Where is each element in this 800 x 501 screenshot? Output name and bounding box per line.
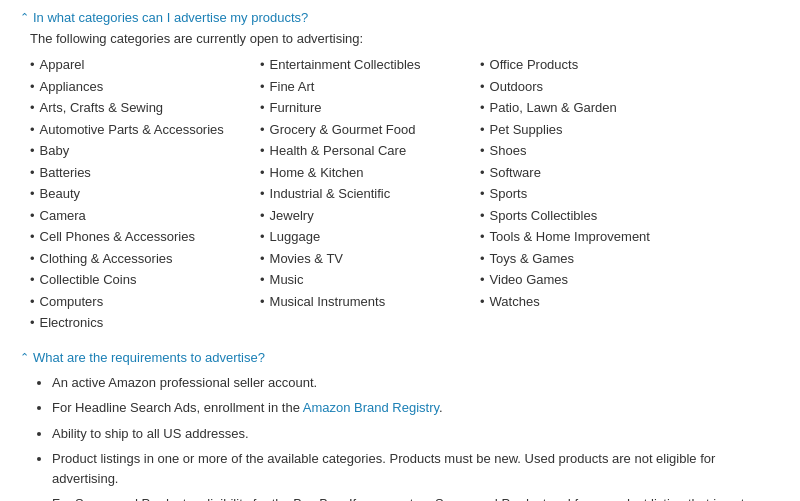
bullet: • [260, 141, 265, 161]
list-item: •Tools & Home Improvement [480, 226, 700, 248]
bullet: • [30, 249, 35, 269]
list-item: •Entertainment Collectibles [260, 54, 480, 76]
bullet: • [480, 98, 485, 118]
list-item: •Automotive Parts & Accessories [30, 119, 260, 141]
section-categories: ⌃ In what categories can I advertise my … [20, 10, 780, 334]
list-item: •Apparel [30, 54, 260, 76]
list-item: •Baby [30, 140, 260, 162]
list-item: •Shoes [480, 140, 700, 162]
list-item: •Outdoors [480, 76, 700, 98]
list-item: •Sports Collectibles [480, 205, 700, 227]
list-item: •Sports [480, 183, 700, 205]
bullet: • [260, 77, 265, 97]
bullet: • [480, 227, 485, 247]
categories-grid: •Apparel•Appliances•Arts, Crafts & Sewin… [30, 54, 780, 334]
bullet: • [260, 98, 265, 118]
bullet: • [260, 270, 265, 290]
list-item: For Headline Search Ads, enrollment in t… [52, 398, 780, 418]
bullet: • [480, 163, 485, 183]
list-item: •Pet Supplies [480, 119, 700, 141]
bullet: • [30, 77, 35, 97]
list-item: An active Amazon professional seller acc… [52, 373, 780, 393]
bullet: • [30, 184, 35, 204]
categories-content: The following categories are currently o… [20, 31, 780, 334]
bullet: • [480, 249, 485, 269]
amazon-brand-registry-link[interactable]: Amazon Brand Registry [303, 400, 439, 415]
bullet: • [30, 313, 35, 333]
list-item: •Collectible Coins [30, 269, 260, 291]
bullet: • [30, 270, 35, 290]
list-item: •Office Products [480, 54, 700, 76]
list-item: •Toys & Games [480, 248, 700, 270]
requirements-header-text: What are the requirements to advertise? [33, 350, 265, 365]
bullet: • [30, 120, 35, 140]
bullet: • [480, 206, 485, 226]
bullet: • [480, 55, 485, 75]
list-item: •Computers [30, 291, 260, 313]
chevron-up-icon: ⌃ [20, 11, 29, 24]
list-item: •Clothing & Accessories [30, 248, 260, 270]
list-item: •Movies & TV [260, 248, 480, 270]
list-item: •Cell Phones & Accessories [30, 226, 260, 248]
bullet: • [480, 184, 485, 204]
list-item: •Musical Instruments [260, 291, 480, 313]
list-item: •Camera [30, 205, 260, 227]
bullet: • [260, 292, 265, 312]
category-column-1: •Apparel•Appliances•Arts, Crafts & Sewin… [30, 54, 260, 334]
bullet: • [260, 163, 265, 183]
bullet: • [30, 227, 35, 247]
list-item: •Fine Art [260, 76, 480, 98]
list-item: Product listings in one or more of the a… [52, 449, 780, 488]
bullet: • [480, 292, 485, 312]
bullet: • [260, 206, 265, 226]
list-item: •Jewelry [260, 205, 480, 227]
list-item: •Luggage [260, 226, 480, 248]
bullet: • [480, 77, 485, 97]
bullet: • [480, 120, 485, 140]
bullet: • [260, 249, 265, 269]
categories-header-text: In what categories can I advertise my pr… [33, 10, 308, 25]
list-item: •Industrial & Scientific [260, 183, 480, 205]
list-item: •Home & Kitchen [260, 162, 480, 184]
list-item: •Furniture [260, 97, 480, 119]
list-item: •Music [260, 269, 480, 291]
bullet: • [480, 141, 485, 161]
list-item: •Batteries [30, 162, 260, 184]
categories-header[interactable]: ⌃ In what categories can I advertise my … [20, 10, 780, 25]
bullet: • [30, 163, 35, 183]
list-item: •Watches [480, 291, 700, 313]
list-item: •Electronics [30, 312, 260, 334]
bullet: • [260, 184, 265, 204]
list-item: •Grocery & Gourmet Food [260, 119, 480, 141]
list-item: •Patio, Lawn & Garden [480, 97, 700, 119]
bullet: • [30, 98, 35, 118]
requirements-header[interactable]: ⌃ What are the requirements to advertise… [20, 350, 780, 365]
bullet: • [30, 55, 35, 75]
list-item: •Health & Personal Care [260, 140, 480, 162]
list-item: •Software [480, 162, 700, 184]
list-item: •Video Games [480, 269, 700, 291]
list-item: •Beauty [30, 183, 260, 205]
bullet: • [30, 292, 35, 312]
list-item: Ability to ship to all US addresses. [52, 424, 780, 444]
chevron-up-icon-2: ⌃ [20, 351, 29, 364]
list-item: •Arts, Crafts & Sewing [30, 97, 260, 119]
category-column-3: •Office Products•Outdoors•Patio, Lawn & … [480, 54, 700, 334]
section-requirements: ⌃ What are the requirements to advertise… [20, 350, 780, 502]
requirements-content: An active Amazon professional seller acc… [20, 373, 780, 502]
category-column-2: •Entertainment Collectibles•Fine Art•Fur… [260, 54, 480, 334]
bullet: • [260, 120, 265, 140]
list-item: •Appliances [30, 76, 260, 98]
bullet: • [30, 206, 35, 226]
requirements-list: An active Amazon professional seller acc… [30, 373, 780, 502]
bullet: • [260, 227, 265, 247]
bullet: • [30, 141, 35, 161]
list-item: For Sponsored Products, eligibility for … [52, 494, 780, 501]
categories-intro: The following categories are currently o… [30, 31, 780, 46]
bullet: • [260, 55, 265, 75]
bullet: • [480, 270, 485, 290]
